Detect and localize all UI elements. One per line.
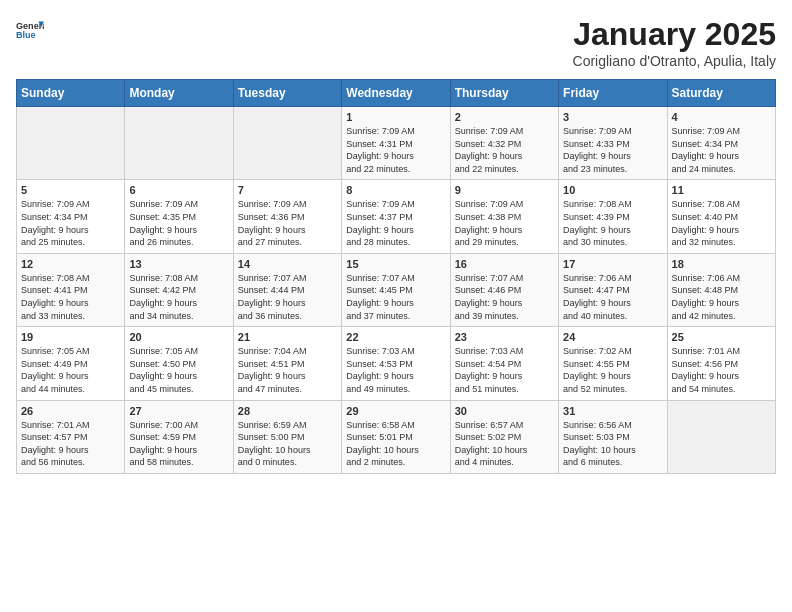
day-info: Sunrise: 7:08 AM Sunset: 4:41 PM Dayligh… — [21, 272, 120, 322]
day-info: Sunrise: 7:09 AM Sunset: 4:35 PM Dayligh… — [129, 198, 228, 248]
logo: General Blue — [16, 16, 44, 44]
day-number: 14 — [238, 258, 337, 270]
calendar-day-cell: 9Sunrise: 7:09 AM Sunset: 4:38 PM Daylig… — [450, 180, 558, 253]
day-number: 12 — [21, 258, 120, 270]
weekday-header: Wednesday — [342, 80, 450, 107]
day-info: Sunrise: 7:02 AM Sunset: 4:55 PM Dayligh… — [563, 345, 662, 395]
day-info: Sunrise: 7:09 AM Sunset: 4:33 PM Dayligh… — [563, 125, 662, 175]
day-number: 29 — [346, 405, 445, 417]
calendar-day-cell: 16Sunrise: 7:07 AM Sunset: 4:46 PM Dayli… — [450, 253, 558, 326]
day-info: Sunrise: 7:09 AM Sunset: 4:34 PM Dayligh… — [672, 125, 771, 175]
day-number: 19 — [21, 331, 120, 343]
day-info: Sunrise: 7:09 AM Sunset: 4:37 PM Dayligh… — [346, 198, 445, 248]
day-info: Sunrise: 7:04 AM Sunset: 4:51 PM Dayligh… — [238, 345, 337, 395]
day-number: 21 — [238, 331, 337, 343]
calendar-day-cell: 11Sunrise: 7:08 AM Sunset: 4:40 PM Dayli… — [667, 180, 775, 253]
day-info: Sunrise: 6:57 AM Sunset: 5:02 PM Dayligh… — [455, 419, 554, 469]
calendar-day-cell — [667, 400, 775, 473]
day-info: Sunrise: 7:07 AM Sunset: 4:44 PM Dayligh… — [238, 272, 337, 322]
calendar-day-cell: 12Sunrise: 7:08 AM Sunset: 4:41 PM Dayli… — [17, 253, 125, 326]
calendar-day-cell: 31Sunrise: 6:56 AM Sunset: 5:03 PM Dayli… — [559, 400, 667, 473]
month-title: January 2025 — [573, 16, 776, 53]
calendar-day-cell: 21Sunrise: 7:04 AM Sunset: 4:51 PM Dayli… — [233, 327, 341, 400]
calendar-day-cell: 24Sunrise: 7:02 AM Sunset: 4:55 PM Dayli… — [559, 327, 667, 400]
calendar-day-cell — [125, 107, 233, 180]
day-number: 18 — [672, 258, 771, 270]
day-info: Sunrise: 7:07 AM Sunset: 4:45 PM Dayligh… — [346, 272, 445, 322]
calendar-day-cell: 4Sunrise: 7:09 AM Sunset: 4:34 PM Daylig… — [667, 107, 775, 180]
calendar-day-cell: 3Sunrise: 7:09 AM Sunset: 4:33 PM Daylig… — [559, 107, 667, 180]
day-number: 11 — [672, 184, 771, 196]
calendar-day-cell: 30Sunrise: 6:57 AM Sunset: 5:02 PM Dayli… — [450, 400, 558, 473]
day-info: Sunrise: 7:08 AM Sunset: 4:40 PM Dayligh… — [672, 198, 771, 248]
calendar-day-cell: 28Sunrise: 6:59 AM Sunset: 5:00 PM Dayli… — [233, 400, 341, 473]
location-title: Corigliano d'Otranto, Apulia, Italy — [573, 53, 776, 69]
day-info: Sunrise: 7:09 AM Sunset: 4:38 PM Dayligh… — [455, 198, 554, 248]
day-number: 1 — [346, 111, 445, 123]
day-info: Sunrise: 7:00 AM Sunset: 4:59 PM Dayligh… — [129, 419, 228, 469]
day-info: Sunrise: 7:01 AM Sunset: 4:56 PM Dayligh… — [672, 345, 771, 395]
day-number: 17 — [563, 258, 662, 270]
day-number: 7 — [238, 184, 337, 196]
calendar-week-row: 1Sunrise: 7:09 AM Sunset: 4:31 PM Daylig… — [17, 107, 776, 180]
day-number: 25 — [672, 331, 771, 343]
weekday-header: Monday — [125, 80, 233, 107]
day-info: Sunrise: 7:09 AM Sunset: 4:34 PM Dayligh… — [21, 198, 120, 248]
day-info: Sunrise: 7:08 AM Sunset: 4:39 PM Dayligh… — [563, 198, 662, 248]
day-number: 5 — [21, 184, 120, 196]
day-info: Sunrise: 7:01 AM Sunset: 4:57 PM Dayligh… — [21, 419, 120, 469]
day-info: Sunrise: 6:58 AM Sunset: 5:01 PM Dayligh… — [346, 419, 445, 469]
day-number: 6 — [129, 184, 228, 196]
calendar-day-cell: 27Sunrise: 7:00 AM Sunset: 4:59 PM Dayli… — [125, 400, 233, 473]
calendar-day-cell: 8Sunrise: 7:09 AM Sunset: 4:37 PM Daylig… — [342, 180, 450, 253]
calendar-header-row: SundayMondayTuesdayWednesdayThursdayFrid… — [17, 80, 776, 107]
day-number: 26 — [21, 405, 120, 417]
calendar-week-row: 19Sunrise: 7:05 AM Sunset: 4:49 PM Dayli… — [17, 327, 776, 400]
day-info: Sunrise: 6:59 AM Sunset: 5:00 PM Dayligh… — [238, 419, 337, 469]
calendar-day-cell: 23Sunrise: 7:03 AM Sunset: 4:54 PM Dayli… — [450, 327, 558, 400]
calendar-day-cell: 29Sunrise: 6:58 AM Sunset: 5:01 PM Dayli… — [342, 400, 450, 473]
day-number: 13 — [129, 258, 228, 270]
day-number: 31 — [563, 405, 662, 417]
calendar-day-cell: 5Sunrise: 7:09 AM Sunset: 4:34 PM Daylig… — [17, 180, 125, 253]
svg-text:Blue: Blue — [16, 30, 36, 40]
day-info: Sunrise: 7:08 AM Sunset: 4:42 PM Dayligh… — [129, 272, 228, 322]
day-number: 23 — [455, 331, 554, 343]
page-header: General Blue January 2025 Corigliano d'O… — [16, 16, 776, 69]
calendar-table: SundayMondayTuesdayWednesdayThursdayFrid… — [16, 79, 776, 474]
calendar-week-row: 5Sunrise: 7:09 AM Sunset: 4:34 PM Daylig… — [17, 180, 776, 253]
day-number: 27 — [129, 405, 228, 417]
day-number: 24 — [563, 331, 662, 343]
calendar-day-cell — [233, 107, 341, 180]
weekday-header: Thursday — [450, 80, 558, 107]
calendar-day-cell — [17, 107, 125, 180]
day-number: 20 — [129, 331, 228, 343]
day-number: 10 — [563, 184, 662, 196]
day-info: Sunrise: 7:09 AM Sunset: 4:36 PM Dayligh… — [238, 198, 337, 248]
weekday-header: Tuesday — [233, 80, 341, 107]
day-number: 16 — [455, 258, 554, 270]
day-info: Sunrise: 7:06 AM Sunset: 4:47 PM Dayligh… — [563, 272, 662, 322]
day-number: 28 — [238, 405, 337, 417]
day-number: 2 — [455, 111, 554, 123]
day-number: 15 — [346, 258, 445, 270]
calendar-day-cell: 15Sunrise: 7:07 AM Sunset: 4:45 PM Dayli… — [342, 253, 450, 326]
calendar-week-row: 26Sunrise: 7:01 AM Sunset: 4:57 PM Dayli… — [17, 400, 776, 473]
weekday-header: Saturday — [667, 80, 775, 107]
day-info: Sunrise: 7:03 AM Sunset: 4:54 PM Dayligh… — [455, 345, 554, 395]
calendar-day-cell: 1Sunrise: 7:09 AM Sunset: 4:31 PM Daylig… — [342, 107, 450, 180]
day-info: Sunrise: 6:56 AM Sunset: 5:03 PM Dayligh… — [563, 419, 662, 469]
day-number: 3 — [563, 111, 662, 123]
day-info: Sunrise: 7:05 AM Sunset: 4:50 PM Dayligh… — [129, 345, 228, 395]
weekday-header: Friday — [559, 80, 667, 107]
calendar-day-cell: 20Sunrise: 7:05 AM Sunset: 4:50 PM Dayli… — [125, 327, 233, 400]
calendar-day-cell: 14Sunrise: 7:07 AM Sunset: 4:44 PM Dayli… — [233, 253, 341, 326]
day-info: Sunrise: 7:06 AM Sunset: 4:48 PM Dayligh… — [672, 272, 771, 322]
calendar-day-cell: 13Sunrise: 7:08 AM Sunset: 4:42 PM Dayli… — [125, 253, 233, 326]
calendar-day-cell: 22Sunrise: 7:03 AM Sunset: 4:53 PM Dayli… — [342, 327, 450, 400]
calendar-day-cell: 19Sunrise: 7:05 AM Sunset: 4:49 PM Dayli… — [17, 327, 125, 400]
calendar-day-cell: 17Sunrise: 7:06 AM Sunset: 4:47 PM Dayli… — [559, 253, 667, 326]
calendar-day-cell: 2Sunrise: 7:09 AM Sunset: 4:32 PM Daylig… — [450, 107, 558, 180]
calendar-week-row: 12Sunrise: 7:08 AM Sunset: 4:41 PM Dayli… — [17, 253, 776, 326]
day-number: 4 — [672, 111, 771, 123]
